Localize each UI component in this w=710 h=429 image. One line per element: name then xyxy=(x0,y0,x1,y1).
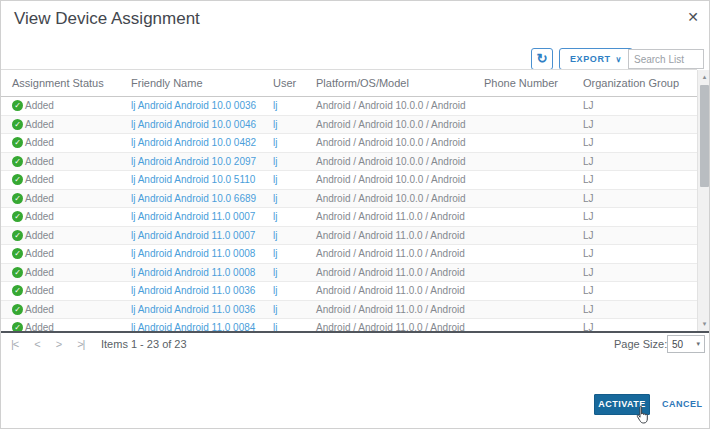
device-table-body: ✓ Added lj Android Android 10.0 0036 lj … xyxy=(1,97,697,331)
assignment-status-label: Added xyxy=(25,211,54,222)
first-page-icon[interactable]: |< xyxy=(11,338,18,350)
table-row[interactable]: ✓ Added lj Android Android 11.0 0008 lj … xyxy=(1,264,697,283)
table-row[interactable]: ✓ Added lj Android Android 11.0 0084 lj … xyxy=(1,319,697,331)
platform-cell: Android / Android 11.0.0 / Android xyxy=(316,285,484,296)
last-page-icon[interactable]: >| xyxy=(77,338,84,350)
user-link[interactable]: lj xyxy=(273,267,277,278)
scrollbar-thumb[interactable] xyxy=(700,85,709,187)
assignment-status-cell: ✓ Added xyxy=(12,119,131,130)
assignment-status-cell: ✓ Added xyxy=(12,137,131,148)
friendly-name-link[interactable]: lj Android Android 11.0 0008 xyxy=(131,248,255,259)
user-link[interactable]: lj xyxy=(273,211,277,222)
user-link[interactable]: lj xyxy=(273,174,277,185)
user-link[interactable]: lj xyxy=(273,119,277,130)
platform-cell: Android / Android 10.0.0 / Android xyxy=(316,119,484,130)
export-button[interactable]: EXPORT∨ xyxy=(559,48,633,70)
user-link[interactable]: lj xyxy=(273,137,277,148)
platform-cell: Android / Android 11.0.0 / Android xyxy=(316,267,484,278)
friendly-name-link[interactable]: lj Android Android 11.0 0007 xyxy=(131,211,255,222)
friendly-name-link[interactable]: lj Android Android 11.0 0036 xyxy=(131,285,255,296)
table-row[interactable]: ✓ Added lj Android Android 11.0 0036 lj … xyxy=(1,282,697,301)
assignment-status-cell: ✓ Added xyxy=(12,193,131,204)
page-title: View Device Assignment xyxy=(14,9,200,29)
pagination-controls: |< < > >| xyxy=(11,335,100,353)
table-row[interactable]: ✓ Added lj Android Android 11.0 0007 lj … xyxy=(1,227,697,246)
scroll-up-icon[interactable]: ▴ xyxy=(698,72,710,82)
check-circle-icon: ✓ xyxy=(12,248,23,259)
user-link[interactable]: lj xyxy=(273,100,277,111)
check-circle-icon: ✓ xyxy=(12,230,23,241)
organization-group-cell: LJ xyxy=(583,119,697,130)
friendly-name-link[interactable]: lj Android Android 10.0 0036 xyxy=(131,100,256,111)
user-link[interactable]: lj xyxy=(273,285,277,296)
platform-cell: Android / Android 10.0.0 / Android xyxy=(316,193,484,204)
assignment-status-label: Added xyxy=(25,193,54,204)
friendly-name-link[interactable]: lj Android Android 11.0 0084 xyxy=(131,322,255,331)
column-header-assignment-status[interactable]: Assignment Status xyxy=(12,77,131,89)
table-header-row: Assignment Status Friendly Name User Pla… xyxy=(1,69,697,97)
cancel-button[interactable]: CANCEL xyxy=(662,399,703,409)
user-link[interactable]: lj xyxy=(273,193,277,204)
organization-group-cell: LJ xyxy=(583,193,697,204)
chevron-down-icon: ▾ xyxy=(696,340,700,348)
search-input[interactable] xyxy=(628,49,704,69)
table-row[interactable]: ✓ Added lj Android Android 10.0 2097 lj … xyxy=(1,153,697,172)
assignment-status-label: Added xyxy=(25,230,54,241)
friendly-name-link[interactable]: lj Android Android 10.0 0046 xyxy=(131,119,256,130)
platform-cell: Android / Android 11.0.0 / Android xyxy=(316,211,484,222)
items-count-text: Items 1 - 23 of 23 xyxy=(101,338,187,350)
friendly-name-link[interactable]: lj Android Android 11.0 0008 xyxy=(131,267,255,278)
friendly-name-link[interactable]: lj Android Android 10.0 6689 xyxy=(131,193,256,204)
table-bottom-divider xyxy=(1,331,710,333)
column-header-organization-group[interactable]: Organization Group xyxy=(583,77,697,89)
user-link[interactable]: lj xyxy=(273,230,277,241)
table-row[interactable]: ✓ Added lj Android Android 10.0 0046 lj … xyxy=(1,116,697,135)
check-circle-icon: ✓ xyxy=(12,267,23,278)
assignment-status-label: Added xyxy=(25,248,54,259)
table-row[interactable]: ✓ Added lj Android Android 10.0 5110 lj … xyxy=(1,171,697,190)
export-button-label: EXPORT xyxy=(570,54,611,64)
close-icon[interactable]: ✕ xyxy=(687,9,699,25)
user-link[interactable]: lj xyxy=(273,248,277,259)
user-link[interactable]: lj xyxy=(273,322,277,331)
column-header-user[interactable]: User xyxy=(273,77,316,89)
check-circle-icon: ✓ xyxy=(12,156,23,167)
refresh-button[interactable]: ↻ xyxy=(531,48,553,70)
prev-page-icon[interactable]: < xyxy=(34,338,39,350)
table-row[interactable]: ✓ Added lj Android Android 11.0 0007 lj … xyxy=(1,208,697,227)
assignment-status-cell: ✓ Added xyxy=(12,248,131,259)
column-header-phone-number[interactable]: Phone Number xyxy=(484,77,583,89)
friendly-name-link[interactable]: lj Android Android 11.0 0007 xyxy=(131,230,255,241)
page-size-select[interactable]: 50 ▾ xyxy=(667,335,705,353)
friendly-name-link[interactable]: lj Android Android 10.0 2097 xyxy=(131,156,256,167)
table-row[interactable]: ✓ Added lj Android Android 10.0 0482 lj … xyxy=(1,134,697,153)
check-circle-icon: ✓ xyxy=(12,193,23,204)
friendly-name-link[interactable]: lj Android Android 10.0 0482 xyxy=(131,137,256,148)
assignment-status-cell: ✓ Added xyxy=(12,211,131,222)
check-circle-icon: ✓ xyxy=(12,304,23,315)
refresh-icon: ↻ xyxy=(537,51,548,66)
assignment-status-cell: ✓ Added xyxy=(12,174,131,185)
table-row[interactable]: ✓ Added lj Android Android 10.0 6689 lj … xyxy=(1,190,697,209)
scroll-down-icon[interactable]: ▾ xyxy=(698,319,710,329)
assignment-status-cell: ✓ Added xyxy=(12,100,131,111)
platform-cell: Android / Android 10.0.0 / Android xyxy=(316,137,484,148)
platform-cell: Android / Android 10.0.0 / Android xyxy=(316,100,484,111)
assignment-status-cell: ✓ Added xyxy=(12,304,131,315)
organization-group-cell: LJ xyxy=(583,304,697,315)
next-page-icon[interactable]: > xyxy=(56,338,61,350)
table-row[interactable]: ✓ Added lj Android Android 11.0 0008 lj … xyxy=(1,245,697,264)
assignment-status-cell: ✓ Added xyxy=(12,230,131,241)
user-link[interactable]: lj xyxy=(273,304,277,315)
platform-cell: Android / Android 11.0.0 / Android xyxy=(316,230,484,241)
activate-button[interactable]: ACTIVATE xyxy=(594,394,650,415)
friendly-name-link[interactable]: lj Android Android 11.0 0036 xyxy=(131,304,255,315)
friendly-name-link[interactable]: lj Android Android 10.0 5110 xyxy=(131,174,255,185)
table-row[interactable]: ✓ Added lj Android Android 11.0 0036 lj … xyxy=(1,301,697,320)
table-row[interactable]: ✓ Added lj Android Android 10.0 0036 lj … xyxy=(1,97,697,116)
vertical-scrollbar[interactable]: ▴ ▾ xyxy=(697,70,710,331)
user-link[interactable]: lj xyxy=(273,156,277,167)
column-header-friendly-name[interactable]: Friendly Name xyxy=(131,77,273,89)
assignment-status-label: Added xyxy=(25,137,54,148)
column-header-platform[interactable]: Platform/OS/Model xyxy=(316,77,484,89)
